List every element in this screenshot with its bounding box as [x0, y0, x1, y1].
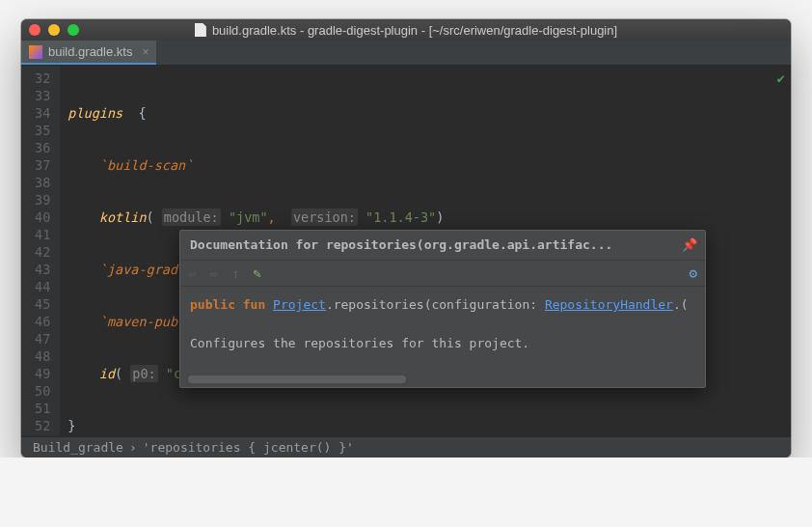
edit-source-icon[interactable]: ✎: [253, 264, 260, 282]
line-number[interactable]: 51: [35, 400, 50, 417]
breadcrumb-bar[interactable]: Build_gradle › 'repositories { jcenter()…: [21, 436, 791, 458]
line-number[interactable]: 46: [35, 313, 50, 330]
line-number[interactable]: 35: [35, 122, 50, 139]
editor-tabstrip: build.gradle.kts ×: [21, 41, 791, 66]
doc-body[interactable]: public fun Project.repositories(configur…: [180, 287, 705, 387]
line-number[interactable]: 36: [35, 139, 50, 156]
line-number[interactable]: 45: [35, 295, 50, 313]
line-number[interactable]: 49: [35, 365, 50, 382]
title-path: [~/src/eriwen/gradle-digest-plugin]: [429, 23, 617, 38]
doc-sig-post: .(: [673, 297, 689, 312]
line-number[interactable]: 47: [35, 330, 50, 347]
str-kotlin-ver: "1.1.4-3": [365, 208, 436, 226]
ide-window: build.gradle.kts - gradle-digest-plugin …: [21, 19, 791, 458]
line-number[interactable]: 42: [35, 243, 50, 261]
line-number[interactable]: 43: [35, 261, 50, 278]
line-number[interactable]: 52: [35, 417, 50, 434]
close-tab-icon[interactable]: ×: [138, 45, 149, 59]
nav-forward-icon[interactable]: ⇨: [209, 264, 217, 282]
doc-kw-public-fun: public fun: [190, 297, 273, 312]
doc-horizontal-scrollbar[interactable]: [188, 375, 406, 383]
param-p0: p0:: [130, 365, 157, 382]
token-kotlin: kotlin: [99, 208, 147, 226]
doc-title-text: Documentation for repositories(org.gradl…: [190, 237, 612, 252]
token-build-scan: `build-scan`: [99, 156, 194, 174]
doc-toolbar: ⇦ ⇨ ↑ ✎ ⚙: [180, 260, 705, 287]
tab-label: build.gradle.kts: [48, 44, 132, 59]
nav-up-icon[interactable]: ↑: [231, 264, 239, 282]
code-editor[interactable]: ✔ 32333435363738394041424344454647484950…: [21, 66, 791, 436]
line-number[interactable]: 48: [35, 347, 50, 365]
doc-link-handler[interactable]: RepositoryHandler: [545, 297, 673, 312]
breadcrumb-root[interactable]: Build_gradle: [33, 440, 123, 455]
title-project: gradle-digest-plugin: [308, 23, 418, 38]
line-number[interactable]: 39: [35, 191, 50, 208]
line-number[interactable]: 34: [35, 104, 50, 122]
doc-link-project[interactable]: Project: [273, 297, 326, 312]
line-number[interactable]: 44: [35, 278, 50, 295]
breadcrumb-separator: ›: [129, 440, 137, 455]
line-number[interactable]: 50: [35, 382, 50, 400]
line-number[interactable]: 38: [35, 174, 50, 191]
documentation-popup[interactable]: Documentation for repositories(org.gradl…: [179, 230, 706, 388]
line-number[interactable]: 40: [35, 208, 50, 226]
param-version: version:: [291, 208, 358, 226]
kotlin-file-icon: [29, 45, 42, 59]
token-id: id: [99, 365, 115, 382]
doc-popup-title: Documentation for repositories(org.gradl…: [180, 231, 705, 260]
line-number[interactable]: 32: [35, 69, 50, 87]
title-file: build.gradle.kts: [212, 23, 296, 38]
line-number[interactable]: 37: [35, 156, 50, 174]
file-icon: [195, 23, 206, 37]
line-number[interactable]: 33: [35, 87, 50, 104]
line-number[interactable]: 41: [35, 226, 50, 243]
line-number-gutter[interactable]: 3233343536373839404142434445464748495051…: [21, 66, 60, 436]
doc-description: Configures the repositories for this pro…: [190, 335, 695, 352]
inspection-ok-icon[interactable]: ✔: [777, 69, 785, 87]
breadcrumb-location[interactable]: 'repositories { jcenter() }': [143, 440, 354, 455]
nav-back-icon[interactable]: ⇦: [188, 264, 196, 282]
editor-tab-build-gradle[interactable]: build.gradle.kts ×: [21, 41, 156, 65]
gear-icon[interactable]: ⚙: [690, 264, 697, 282]
param-module: module:: [162, 208, 221, 226]
window-title: build.gradle.kts - gradle-digest-plugin …: [21, 23, 791, 38]
doc-sig-mid: .repositories(configuration:: [326, 297, 545, 312]
pin-icon[interactable]: 📌: [682, 236, 697, 254]
str-jvm: "jvm": [229, 208, 268, 226]
titlebar[interactable]: build.gradle.kts - gradle-digest-plugin …: [21, 19, 791, 41]
doc-signature: public fun Project.repositories(configur…: [190, 296, 695, 314]
token-plugins: plugins: [68, 104, 122, 122]
